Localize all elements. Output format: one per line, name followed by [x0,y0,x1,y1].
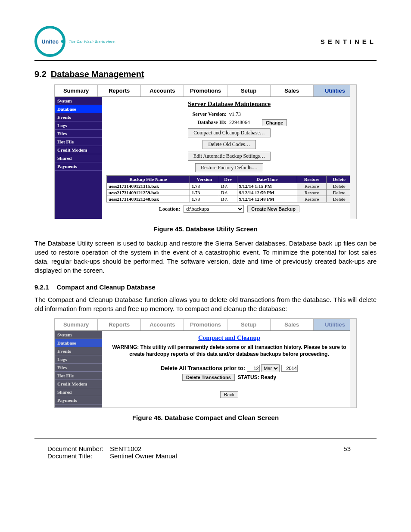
sidebar-item-creditmodem[interactable]: Credit Modem [55,380,102,388]
tab-sales[interactable]: Sales [271,319,314,330]
sidebar-item-database[interactable]: Database [55,105,102,113]
logo-block: Unitec The Car Wash Starts Here. [34,26,116,57]
sidebar-item-files[interactable]: Files [55,364,102,372]
sidebar-item-hotfile[interactable]: Hot File [55,138,102,146]
delete-button[interactable]: Delete [327,190,352,196]
backup-table: Backup File Name Version Drv Date/Time R… [106,175,352,202]
col-restore: Restore [297,176,327,183]
footer-title: Sentinel Owner Manual [110,452,177,460]
delete-button[interactable]: Delete [327,183,352,190]
sidebar-item-database[interactable]: Database [55,339,102,347]
table-row: uess21731409121259.bak 1.73 D:\ 9/12/14 … [107,190,352,196]
cell-drv: D:\ [219,196,237,202]
back-button[interactable]: Back [220,391,238,398]
cell-filename: uess21731409121248.bak [107,196,190,202]
cell-version: 1.73 [190,190,219,196]
tab-summary[interactable]: Summary [55,319,98,330]
tab-setup[interactable]: Setup [227,319,271,330]
tab-sales[interactable]: Sales [271,85,314,96]
sidebar-item-shared[interactable]: Shared [55,388,102,396]
tab-promotions[interactable]: Promotions [184,319,227,330]
restore-button[interactable]: Restore [297,183,327,190]
cell-version: 1.73 [190,196,219,202]
tab-promotions[interactable]: Promotions [184,85,227,96]
tagline: The Car Wash Starts Here. [69,40,116,44]
delete-transactions-button[interactable]: Delete Transactions [182,374,235,381]
table-row: uess21731409121315.bak 1.73 D:\ 9/12/14 … [107,183,352,190]
sidebar-item-events[interactable]: Events [55,347,102,355]
subsection-heading: 9.2.1Compact and Cleanup Database [34,283,377,291]
sidebar-item-shared[interactable]: Shared [55,154,102,162]
sidebar-item-events[interactable]: Events [55,113,102,121]
page-number: 53 [343,445,377,460]
warning-text: WARNING: This utility will permanently d… [111,344,348,358]
year-input[interactable] [281,365,298,372]
compact-button[interactable]: Compact and Cleanup Database… [188,128,271,137]
scrollbar-icon[interactable] [350,85,356,219]
sidebar-item-files[interactable]: Files [55,130,102,138]
subsection-title: Compact and Cleanup Database [56,283,155,291]
footer-docnum-label: Document Number: [47,445,110,452]
server-version-value: v1.73 [229,111,259,118]
panel-title: Compact and Cleanup [106,334,352,342]
cell-filename: uess21731409121259.bak [107,190,190,196]
create-backup-button[interactable]: Create New Backup [247,205,299,212]
page-header: Unitec The Car Wash Starts Here. SENTINE… [34,26,377,61]
sidebar: System Database Events Logs Files Hot Fi… [55,331,102,408]
delete-prior-label: Delete All Transactions prior to: [161,365,245,371]
status-label: STATUS: [238,374,259,380]
sidebar-item-logs[interactable]: Logs [55,355,102,364]
restore-defaults-button[interactable]: Restore Factory Defaults… [195,163,263,172]
subsection-number: 9.2.1 [34,283,49,291]
location-select[interactable]: d:\backups [184,205,244,213]
screenshot-compact-cleanup: Summary Reports Accounts Promotions Setu… [54,318,357,408]
main-panel: Server Database Maintenance Server Versi… [102,97,356,219]
cell-drv: D:\ [219,183,237,190]
col-filename: Backup File Name [107,176,190,183]
delete-codes-button[interactable]: Delete Old Codes… [202,140,255,149]
top-tabs: Summary Reports Accounts Promotions Setu… [55,85,356,97]
edit-backup-settings-button[interactable]: Edit Automatic Backup Settings… [188,152,271,161]
col-datetime: Date/Time [237,176,297,183]
tab-reports[interactable]: Reports [98,85,141,96]
scrollbar-icon[interactable] [350,319,356,408]
figure-caption: Figure 46. Database Compact and Clean Sc… [34,414,377,421]
panel-title: Server Database Maintenance [106,100,352,108]
figure-caption: Figure 45. Database Utility Screen [34,225,377,233]
col-version: Version [190,176,219,183]
restore-button[interactable]: Restore [297,190,327,196]
month-select[interactable]: Mar [261,364,280,372]
restore-button[interactable]: Restore [297,196,327,202]
sidebar-fill [55,404,102,408]
cell-version: 1.73 [190,183,219,190]
tab-reports[interactable]: Reports [98,319,141,330]
location-label: Location: [159,206,180,212]
tab-setup[interactable]: Setup [227,85,271,96]
section-number: 9.2 [34,69,47,79]
cell-drv: D:\ [219,190,237,196]
sidebar-item-logs[interactable]: Logs [55,121,102,130]
day-input[interactable] [247,365,260,372]
sidebar-item-hotfile[interactable]: Hot File [55,372,102,380]
footer-docnum: SENT1002 [110,445,141,452]
footer-separator [34,439,377,439]
sidebar-item-system[interactable]: System [55,97,102,105]
cell-datetime: 9/12/14 1:15 PM [237,183,297,190]
main-panel: Compact and Cleanup WARNING: This utilit… [102,331,356,408]
tab-summary[interactable]: Summary [55,85,98,96]
table-row: uess21731409121248.bak 1.73 D:\ 9/12/14 … [107,196,352,202]
sidebar-item-system[interactable]: System [55,331,102,339]
col-drv: Drv [219,176,237,183]
screenshot-db-utility: Summary Reports Accounts Promotions Setu… [54,84,357,219]
col-delete: Delete [327,176,352,183]
change-button[interactable]: Change [262,119,287,126]
cell-datetime: 9/12/14 12:59 PM [237,190,297,196]
sidebar-item-payments[interactable]: Payments [55,396,102,404]
tab-accounts[interactable]: Accounts [141,85,184,96]
sidebar-item-payments[interactable]: Payments [55,162,102,171]
delete-button[interactable]: Delete [327,196,352,202]
logo-icon: Unitec [34,26,65,57]
tab-accounts[interactable]: Accounts [141,319,184,330]
status-value: Ready [261,374,276,380]
sidebar-item-creditmodem[interactable]: Credit Modem [55,146,102,154]
